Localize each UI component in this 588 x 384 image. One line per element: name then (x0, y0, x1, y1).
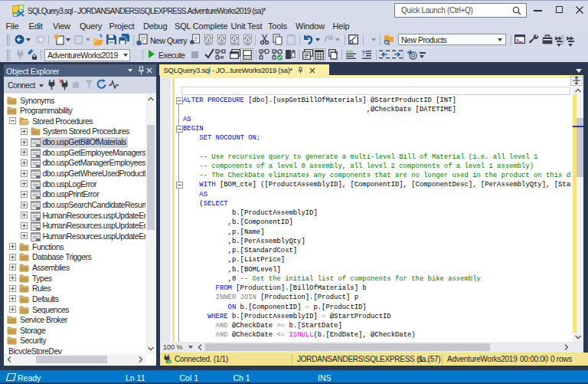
svg-text:?: ? (361, 49, 366, 57)
svg-text:DMX: DMX (218, 42, 226, 46)
svg-text:MDX: MDX (205, 42, 213, 46)
svg-text:XMLA: XMLA (230, 42, 239, 46)
svg-text:DAX: DAX (245, 42, 252, 46)
